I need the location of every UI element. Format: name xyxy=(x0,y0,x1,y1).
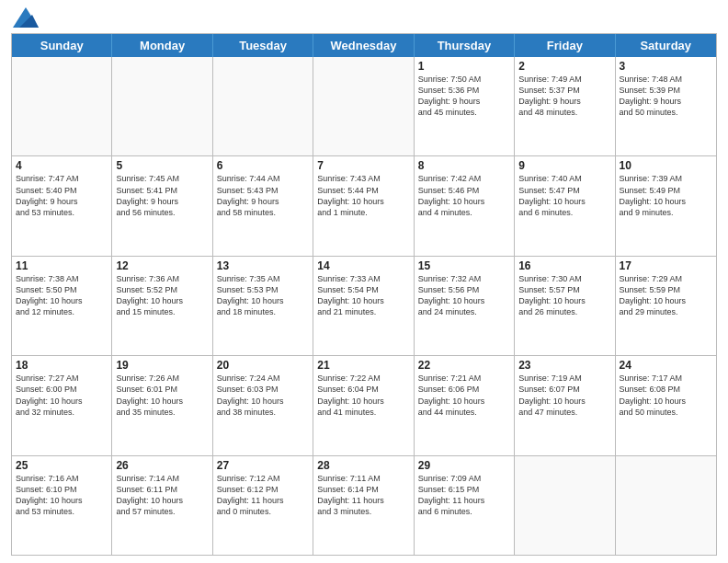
calendar-cell: 12Sunrise: 7:36 AM Sunset: 5:52 PM Dayli… xyxy=(112,257,212,355)
day-info: Sunrise: 7:50 AM Sunset: 5:36 PM Dayligh… xyxy=(418,74,510,119)
header-cell-wednesday: Wednesday xyxy=(313,34,414,57)
calendar-cell: 5Sunrise: 7:45 AM Sunset: 5:41 PM Daylig… xyxy=(112,156,212,255)
page: SundayMondayTuesdayWednesdayThursdayFrid… xyxy=(0,0,728,563)
calendar-cell: 17Sunrise: 7:29 AM Sunset: 5:59 PM Dayli… xyxy=(616,257,716,355)
day-info: Sunrise: 7:32 AM Sunset: 5:56 PM Dayligh… xyxy=(418,273,510,318)
calendar-cell: 24Sunrise: 7:17 AM Sunset: 6:08 PM Dayli… xyxy=(616,356,716,454)
calendar-cell: 10Sunrise: 7:39 AM Sunset: 5:49 PM Dayli… xyxy=(616,156,716,255)
day-info: Sunrise: 7:19 AM Sunset: 6:07 PM Dayligh… xyxy=(518,373,610,418)
calendar-cell: 3Sunrise: 7:48 AM Sunset: 5:39 PM Daylig… xyxy=(616,57,716,155)
calendar-cell: 15Sunrise: 7:32 AM Sunset: 5:56 PM Dayli… xyxy=(415,257,515,355)
day-info: Sunrise: 7:47 AM Sunset: 5:40 PM Dayligh… xyxy=(16,173,108,218)
logo-icon xyxy=(13,7,39,28)
day-info: Sunrise: 7:22 AM Sunset: 6:04 PM Dayligh… xyxy=(317,373,409,418)
day-info: Sunrise: 7:09 AM Sunset: 6:15 PM Dayligh… xyxy=(418,473,510,518)
calendar-cell: 14Sunrise: 7:33 AM Sunset: 5:54 PM Dayli… xyxy=(313,257,414,355)
calendar-cell xyxy=(313,57,414,155)
calendar-cell xyxy=(12,57,112,155)
day-number: 26 xyxy=(116,459,208,472)
day-info: Sunrise: 7:29 AM Sunset: 5:59 PM Dayligh… xyxy=(620,273,712,318)
day-number: 7 xyxy=(317,159,409,172)
day-number: 10 xyxy=(620,159,712,172)
calendar-cell: 23Sunrise: 7:19 AM Sunset: 6:07 PM Dayli… xyxy=(515,356,615,454)
day-number: 11 xyxy=(16,259,108,272)
calendar-cell xyxy=(515,456,615,555)
day-number: 28 xyxy=(317,459,409,472)
day-number: 25 xyxy=(16,459,108,472)
calendar-cell: 1Sunrise: 7:50 AM Sunset: 5:36 PM Daylig… xyxy=(415,57,515,155)
day-info: Sunrise: 7:36 AM Sunset: 5:52 PM Dayligh… xyxy=(116,273,208,318)
calendar-cell: 8Sunrise: 7:42 AM Sunset: 5:46 PM Daylig… xyxy=(415,156,515,255)
day-info: Sunrise: 7:33 AM Sunset: 5:54 PM Dayligh… xyxy=(317,273,409,318)
calendar-cell: 20Sunrise: 7:24 AM Sunset: 6:03 PM Dayli… xyxy=(213,356,313,454)
day-number: 17 xyxy=(620,259,712,272)
day-info: Sunrise: 7:39 AM Sunset: 5:49 PM Dayligh… xyxy=(620,173,712,218)
calendar-cell: 13Sunrise: 7:35 AM Sunset: 5:53 PM Dayli… xyxy=(213,257,313,355)
calendar-header: SundayMondayTuesdayWednesdayThursdayFrid… xyxy=(12,34,716,57)
calendar: SundayMondayTuesdayWednesdayThursdayFrid… xyxy=(11,33,717,556)
day-info: Sunrise: 7:24 AM Sunset: 6:03 PM Dayligh… xyxy=(217,373,309,418)
day-number: 19 xyxy=(116,359,208,372)
calendar-cell: 27Sunrise: 7:12 AM Sunset: 6:12 PM Dayli… xyxy=(213,456,313,555)
day-info: Sunrise: 7:43 AM Sunset: 5:44 PM Dayligh… xyxy=(317,173,409,218)
logo-text-block xyxy=(11,9,39,28)
day-info: Sunrise: 7:16 AM Sunset: 6:10 PM Dayligh… xyxy=(16,473,108,518)
calendar-cell xyxy=(112,57,212,155)
day-number: 4 xyxy=(16,159,108,172)
day-info: Sunrise: 7:48 AM Sunset: 5:39 PM Dayligh… xyxy=(620,74,712,119)
day-number: 29 xyxy=(418,459,510,472)
logo xyxy=(11,9,39,28)
calendar-cell xyxy=(616,456,716,555)
calendar-cell: 18Sunrise: 7:27 AM Sunset: 6:00 PM Dayli… xyxy=(12,356,112,454)
day-info: Sunrise: 7:26 AM Sunset: 6:01 PM Dayligh… xyxy=(116,373,208,418)
day-number: 13 xyxy=(217,259,309,272)
calendar-cell: 11Sunrise: 7:38 AM Sunset: 5:50 PM Dayli… xyxy=(12,257,112,355)
day-info: Sunrise: 7:14 AM Sunset: 6:11 PM Dayligh… xyxy=(116,473,208,518)
calendar-cell: 4Sunrise: 7:47 AM Sunset: 5:40 PM Daylig… xyxy=(12,156,112,255)
day-number: 12 xyxy=(116,259,208,272)
day-info: Sunrise: 7:30 AM Sunset: 5:57 PM Dayligh… xyxy=(518,273,610,318)
day-info: Sunrise: 7:38 AM Sunset: 5:50 PM Dayligh… xyxy=(16,273,108,318)
calendar-cell: 9Sunrise: 7:40 AM Sunset: 5:47 PM Daylig… xyxy=(515,156,615,255)
day-info: Sunrise: 7:42 AM Sunset: 5:46 PM Dayligh… xyxy=(418,173,510,218)
header-cell-friday: Friday xyxy=(515,34,615,57)
calendar-row-2: 11Sunrise: 7:38 AM Sunset: 5:50 PM Dayli… xyxy=(12,256,716,355)
calendar-row-0: 1Sunrise: 7:50 AM Sunset: 5:36 PM Daylig… xyxy=(12,57,716,155)
calendar-cell: 19Sunrise: 7:26 AM Sunset: 6:01 PM Dayli… xyxy=(112,356,212,454)
calendar-cell: 22Sunrise: 7:21 AM Sunset: 6:06 PM Dayli… xyxy=(415,356,515,454)
day-number: 24 xyxy=(620,359,712,372)
day-number: 5 xyxy=(116,159,208,172)
calendar-body: 1Sunrise: 7:50 AM Sunset: 5:36 PM Daylig… xyxy=(12,57,716,555)
header-cell-monday: Monday xyxy=(112,34,212,57)
day-info: Sunrise: 7:21 AM Sunset: 6:06 PM Dayligh… xyxy=(418,373,510,418)
calendar-cell: 21Sunrise: 7:22 AM Sunset: 6:04 PM Dayli… xyxy=(313,356,414,454)
day-number: 9 xyxy=(518,159,610,172)
calendar-cell: 6Sunrise: 7:44 AM Sunset: 5:43 PM Daylig… xyxy=(213,156,313,255)
calendar-cell: 28Sunrise: 7:11 AM Sunset: 6:14 PM Dayli… xyxy=(313,456,414,555)
day-info: Sunrise: 7:35 AM Sunset: 5:53 PM Dayligh… xyxy=(217,273,309,318)
day-info: Sunrise: 7:12 AM Sunset: 6:12 PM Dayligh… xyxy=(217,473,309,518)
day-number: 21 xyxy=(317,359,409,372)
calendar-row-1: 4Sunrise: 7:47 AM Sunset: 5:40 PM Daylig… xyxy=(12,155,716,255)
calendar-cell: 26Sunrise: 7:14 AM Sunset: 6:11 PM Dayli… xyxy=(112,456,212,555)
day-number: 16 xyxy=(518,259,610,272)
calendar-cell: 7Sunrise: 7:43 AM Sunset: 5:44 PM Daylig… xyxy=(313,156,414,255)
header-cell-saturday: Saturday xyxy=(616,34,716,57)
header-cell-tuesday: Tuesday xyxy=(213,34,313,57)
calendar-row-3: 18Sunrise: 7:27 AM Sunset: 6:00 PM Dayli… xyxy=(12,355,716,454)
day-number: 8 xyxy=(418,159,510,172)
day-info: Sunrise: 7:27 AM Sunset: 6:00 PM Dayligh… xyxy=(16,373,108,418)
calendar-cell: 2Sunrise: 7:49 AM Sunset: 5:37 PM Daylig… xyxy=(515,57,615,155)
day-number: 23 xyxy=(518,359,610,372)
day-info: Sunrise: 7:45 AM Sunset: 5:41 PM Dayligh… xyxy=(116,173,208,218)
header-cell-thursday: Thursday xyxy=(415,34,515,57)
day-number: 22 xyxy=(418,359,510,372)
day-info: Sunrise: 7:49 AM Sunset: 5:37 PM Dayligh… xyxy=(518,74,610,119)
day-number: 15 xyxy=(418,259,510,272)
day-number: 27 xyxy=(217,459,309,472)
day-number: 14 xyxy=(317,259,409,272)
day-info: Sunrise: 7:40 AM Sunset: 5:47 PM Dayligh… xyxy=(518,173,610,218)
day-info: Sunrise: 7:11 AM Sunset: 6:14 PM Dayligh… xyxy=(317,473,409,518)
day-number: 18 xyxy=(16,359,108,372)
header xyxy=(11,9,717,28)
